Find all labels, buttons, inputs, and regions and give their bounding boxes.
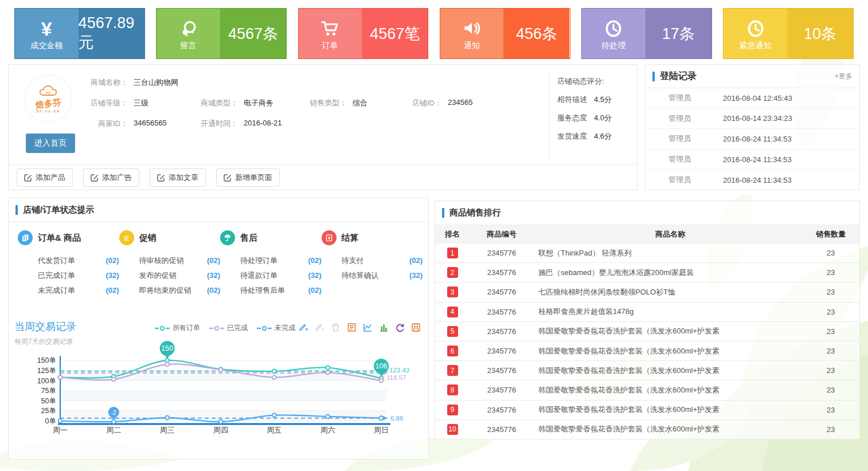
login-user: 管理员 xyxy=(646,134,723,144)
table-row[interactable]: 72345776韩国爱敬挚爱香氛花香洗护套装（洗发水600ml+护发素23 xyxy=(435,361,859,380)
status-group-orders: 订单& 商品 代发货订单(02) 已完成订单(32) 未完成订单(02) xyxy=(18,230,119,298)
svg-text:106: 106 xyxy=(376,362,388,370)
chart-legend: 所有订单已完成未完成 xyxy=(155,323,295,333)
table-row[interactable]: 22345776施巴（sebamed）婴儿泡泡沐浴露200ml家庭装23 xyxy=(435,263,859,282)
yen-icon: ¥ xyxy=(41,17,52,38)
svg-text:125单: 125单 xyxy=(37,367,56,375)
status-item[interactable]: 待支付(02) xyxy=(342,253,423,268)
table-row[interactable]: 12345776联想（ThinkPad） 轻薄系列23 xyxy=(435,244,859,263)
login-user: 管理员 xyxy=(646,175,723,185)
status-item[interactable]: 待处理售后单(02) xyxy=(240,283,322,298)
field-label: 店铺ID： xyxy=(410,98,442,108)
status-item[interactable]: 待退款订单(32) xyxy=(240,268,322,283)
status-group-name: 促销 xyxy=(139,233,157,244)
add-product-button[interactable]: 添加产品 xyxy=(17,168,73,187)
stat-card-value: 456条 xyxy=(503,9,569,58)
stat-card-notifications[interactable]: 通知 456条 xyxy=(440,8,570,59)
rank-badge: 6 xyxy=(447,346,458,356)
stat-card-value: 4567.89元 xyxy=(79,9,144,58)
cart-icon xyxy=(320,17,341,38)
svg-text:¥: ¥ xyxy=(327,236,330,241)
svg-text:周三: 周三 xyxy=(160,426,175,434)
login-records-title: 登陆记录 xyxy=(660,70,697,83)
rank-badge: 8 xyxy=(447,384,458,395)
clear-icon[interactable] xyxy=(330,322,341,333)
alarm-clock-icon xyxy=(746,17,765,38)
save-icon[interactable] xyxy=(410,322,421,333)
status-group-promotions: 促 促销 待审核的促销(02) 发布的促销(32) 即将结束的促销(02) xyxy=(119,230,221,298)
enter-homepage-button[interactable]: 进入首页 xyxy=(26,134,75,153)
stat-cards-row: ¥ 成交金额 4567.89元 留言 4567条 订单 4567笔 xyxy=(14,8,854,59)
stat-card-orders[interactable]: 订单 4567笔 xyxy=(298,8,429,59)
svg-text:25单: 25单 xyxy=(41,407,56,415)
svg-text:周四: 周四 xyxy=(213,426,228,434)
table-row[interactable]: 32345776七匹狼纯棉时尚休闲条纹翻领POLO衫T恤23 xyxy=(435,282,859,302)
speaker-icon xyxy=(462,17,482,38)
merchant-id-value: 34656565 xyxy=(134,119,167,129)
status-item[interactable]: 未完成订单(02) xyxy=(38,283,119,298)
status-item[interactable]: 代发货订单(02) xyxy=(38,253,119,268)
status-item[interactable]: 待审核的促销(02) xyxy=(139,253,221,268)
rank-badge: 9 xyxy=(447,405,458,415)
field-label: 开通时间： xyxy=(200,119,238,129)
rank-badge: 5 xyxy=(447,326,458,337)
login-user: 管理员 xyxy=(646,113,723,124)
table-row[interactable]: 102345776韩国爱敬挚爱香氛花香洗护套装（洗发水600ml+护发素23 xyxy=(435,420,859,439)
line-chart-icon[interactable] xyxy=(362,322,373,333)
header-sku: 商品编号 xyxy=(470,229,534,240)
status-item[interactable]: 已完成订单(32) xyxy=(38,268,119,283)
stat-card-urgent[interactable]: 紧急通知 10条 xyxy=(723,8,854,59)
svg-text:123.43: 123.43 xyxy=(389,367,409,374)
orders-icon xyxy=(18,230,33,245)
status-group-name: 订单& 商品 xyxy=(38,233,81,244)
chef-hat-icon xyxy=(38,85,58,99)
header-qty: 销售数量 xyxy=(802,229,859,240)
refresh-icon[interactable] xyxy=(394,322,405,333)
login-row: 管理员2016-08-04 12:45:43 xyxy=(646,88,859,109)
stat-card-messages[interactable]: 留言 4567条 xyxy=(156,8,287,59)
data-view-icon[interactable] xyxy=(346,322,357,333)
table-row[interactable]: 52345776韩国爱敬挚爱香氛花香洗护套装（洗发水600ml+护发素23 xyxy=(435,322,859,342)
stat-card-pending[interactable]: 待处理 17条 xyxy=(581,8,712,59)
login-more-link[interactable]: +更多 xyxy=(835,72,853,81)
add-ad-button[interactable]: 添加广告 xyxy=(83,168,139,187)
table-row[interactable]: 62345776韩国爱敬挚爱香氛花香洗护套装（洗发水600ml+护发素23 xyxy=(435,342,859,361)
dashboard-page: ¥ 成交金额 4567.89元 留言 4567条 订单 4567笔 xyxy=(0,0,868,471)
field-label: 商城类型： xyxy=(200,98,238,108)
add-single-page-button[interactable]: 新增单页面 xyxy=(216,168,280,187)
table-row[interactable]: 42345776桂格即食燕麦片超值装1478g23 xyxy=(435,303,859,322)
ranking-table-header: 排名 商品编号 商品名称 销售数量 xyxy=(435,225,859,244)
action-button-label: 添加文章 xyxy=(169,172,198,183)
chart-toolbar xyxy=(298,322,421,333)
legend-item[interactable]: 所有订单 xyxy=(155,323,200,333)
edit-remove-icon[interactable] xyxy=(314,322,325,333)
status-group-aftersales: 售后 待处理订单(02) 待退款订单(32) 待处理售后单(02) xyxy=(220,230,322,298)
status-item[interactable]: 即将结束的促销(02) xyxy=(139,283,221,298)
promo-icon: 促 xyxy=(119,230,134,245)
shop-name-value: 三台山购物网 xyxy=(134,77,178,88)
add-article-button[interactable]: 添加文章 xyxy=(150,168,206,187)
table-row[interactable]: 92345776韩国爱敬挚爱香氛花香洗护套装（洗发水600ml+护发素23 xyxy=(435,401,859,420)
svg-text:周五: 周五 xyxy=(267,426,281,434)
weekly-orders-chart[interactable]: 150单125单100单75单50单25单0单周一周二周三周四周五周六周日123… xyxy=(11,339,429,440)
table-row[interactable]: 82345776韩国爱敬挚爱香氛花香洗护套装（洗发水600ml+护发素23 xyxy=(435,380,859,400)
stat-card-turnover[interactable]: ¥ 成交金额 4567.89元 xyxy=(14,8,145,59)
legend-marker-icon xyxy=(257,325,272,331)
rank-badge: 10 xyxy=(447,424,458,435)
svg-text:75单: 75单 xyxy=(41,387,56,395)
status-item[interactable]: 待结算确认(32) xyxy=(342,268,423,283)
ranking-table: 排名 商品编号 商品名称 销售数量 12345776联想（ThinkPad） 轻… xyxy=(435,225,859,439)
bar-chart-icon[interactable] xyxy=(378,322,389,333)
edit-add-icon[interactable] xyxy=(298,322,309,333)
header-rank: 排名 xyxy=(435,229,470,240)
stat-card-label: 留言 xyxy=(181,41,197,51)
login-time: 2016-08-24 11:34:53 xyxy=(723,176,792,185)
status-item[interactable]: 待处理订单(02) xyxy=(240,253,322,268)
umbrella-icon xyxy=(220,230,235,245)
status-item[interactable]: 发布的促销(32) xyxy=(139,268,221,283)
login-user: 管理员 xyxy=(646,93,723,103)
legend-item[interactable]: 未完成 xyxy=(257,323,295,333)
svg-text:118.57: 118.57 xyxy=(386,374,406,381)
edit-square-icon xyxy=(224,174,232,182)
legend-item[interactable]: 已完成 xyxy=(209,323,248,333)
